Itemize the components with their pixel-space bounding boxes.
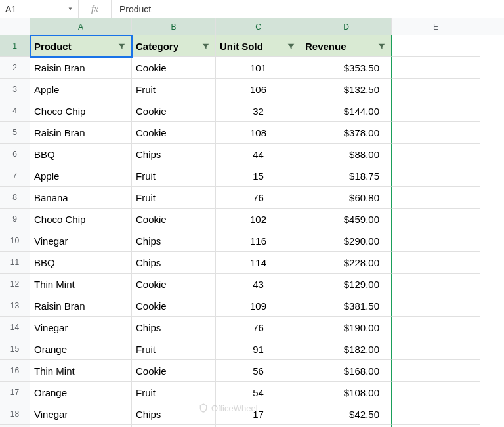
cell-unit-sold[interactable]: 44 <box>216 144 301 165</box>
cell[interactable] <box>392 317 480 338</box>
row-header[interactable]: 3 <box>0 79 30 100</box>
cell-revenue[interactable]: $129.00 <box>301 274 392 295</box>
cell-product[interactable]: Raisin Bran <box>30 295 132 317</box>
row-header[interactable]: 16 <box>0 360 30 382</box>
cell-unit-sold[interactable]: 76 <box>216 317 301 338</box>
cell-unit-sold[interactable]: 101 <box>216 57 301 79</box>
cell-category[interactable]: Chips <box>132 317 216 338</box>
cell-product[interactable]: Raisin Bran <box>30 57 132 79</box>
cell-revenue[interactable]: $190.00 <box>301 317 392 338</box>
cell-product[interactable]: BBQ <box>30 144 132 165</box>
row-header[interactable]: 5 <box>0 122 30 144</box>
cell-category[interactable]: Chips <box>132 230 216 252</box>
select-all-corner[interactable] <box>0 18 30 35</box>
cell[interactable] <box>392 382 480 403</box>
cell-revenue[interactable]: $168.00 <box>301 360 392 382</box>
cell-unit-sold[interactable]: 106 <box>216 79 301 100</box>
row-header[interactable]: 18 <box>0 403 30 425</box>
cell[interactable] <box>392 79 480 100</box>
row-header[interactable]: 15 <box>0 338 30 360</box>
cell[interactable] <box>392 274 480 295</box>
filter-icon[interactable] <box>116 40 127 52</box>
column-header-D[interactable]: D <box>301 18 392 35</box>
cell-unit-sold[interactable]: 108 <box>216 122 301 144</box>
cell[interactable] <box>392 144 480 165</box>
column-header-B[interactable]: B <box>132 18 216 35</box>
cell-revenue[interactable]: $228.00 <box>301 252 392 274</box>
cell-category[interactable]: Fruit <box>132 382 216 403</box>
cell-category[interactable]: Cookie <box>132 274 216 295</box>
cell[interactable] <box>392 35 480 57</box>
filter-icon[interactable] <box>200 40 211 52</box>
cell-revenue[interactable]: $290.00 <box>301 230 392 252</box>
cell[interactable] <box>392 230 480 252</box>
column-header-E[interactable]: E <box>392 18 480 35</box>
cell-unit-sold[interactable]: 76 <box>216 187 301 209</box>
cell[interactable] <box>392 100 480 122</box>
cell-product[interactable]: Vinegar <box>30 317 132 338</box>
row-header[interactable]: 2 <box>0 57 30 79</box>
cell[interactable] <box>392 295 480 317</box>
cell-product[interactable]: Raisin Bran <box>30 122 132 144</box>
row-header[interactable]: 11 <box>0 252 30 274</box>
column-header-A[interactable]: A <box>30 18 132 35</box>
cell-unit-sold[interactable]: 116 <box>216 230 301 252</box>
cell[interactable] <box>392 403 480 425</box>
cell-unit-sold[interactable]: 32 <box>216 100 301 122</box>
cell-product[interactable]: Thin Mint <box>30 274 132 295</box>
cell-category[interactable]: Fruit <box>132 338 216 360</box>
cell[interactable] <box>392 122 480 144</box>
formula-input[interactable]: Product <box>112 4 504 14</box>
cell-revenue[interactable]: $144.00 <box>301 100 392 122</box>
header-cell-revenue[interactable]: Revenue <box>301 35 392 57</box>
cell-product[interactable]: Apple <box>30 165 132 187</box>
header-cell-product[interactable]: Product <box>30 35 132 57</box>
column-header-C[interactable]: C <box>216 18 301 35</box>
cell-product[interactable]: Apple <box>30 79 132 100</box>
cell-revenue[interactable]: $182.00 <box>301 338 392 360</box>
row-header[interactable]: 10 <box>0 230 30 252</box>
cell-unit-sold[interactable]: 114 <box>216 252 301 274</box>
name-box[interactable]: A1 ▼ <box>0 0 79 18</box>
cell-revenue[interactable]: $353.50 <box>301 57 392 79</box>
cell-product[interactable]: Banana <box>30 187 132 209</box>
chevron-down-icon[interactable]: ▼ <box>68 6 73 12</box>
cell-revenue[interactable]: $18.75 <box>301 165 392 187</box>
cell-category[interactable]: Chips <box>132 144 216 165</box>
cell-revenue[interactable]: $42.50 <box>301 403 392 425</box>
cell-product[interactable]: Thin Mint <box>30 360 132 382</box>
cell-category[interactable]: Chips <box>132 403 216 425</box>
header-cell-category[interactable]: Category <box>132 35 216 57</box>
cell[interactable] <box>392 187 480 209</box>
row-header[interactable]: 7 <box>0 165 30 187</box>
cell-revenue[interactable]: $132.50 <box>301 79 392 100</box>
cell-revenue[interactable]: $378.00 <box>301 122 392 144</box>
cell-unit-sold[interactable]: 54 <box>216 382 301 403</box>
cell-unit-sold[interactable]: 56 <box>216 360 301 382</box>
cell[interactable] <box>392 338 480 360</box>
row-header[interactable]: 13 <box>0 295 30 317</box>
cell-unit-sold[interactable]: 109 <box>216 295 301 317</box>
cell[interactable] <box>392 360 480 382</box>
cell-revenue[interactable]: $459.00 <box>301 209 392 230</box>
cell-unit-sold[interactable]: 91 <box>216 338 301 360</box>
cell-product[interactable]: Choco Chip <box>30 100 132 122</box>
cell-product[interactable]: Orange <box>30 382 132 403</box>
cell-product[interactable]: Choco Chip <box>30 209 132 230</box>
cell-category[interactable]: Cookie <box>132 57 216 79</box>
row-header[interactable]: 9 <box>0 209 30 230</box>
cell-product[interactable]: Vinegar <box>30 230 132 252</box>
cell[interactable] <box>392 252 480 274</box>
row-header[interactable]: 4 <box>0 100 30 122</box>
cell-product[interactable]: Orange <box>30 338 132 360</box>
cell-category[interactable]: Fruit <box>132 165 216 187</box>
cell-revenue[interactable]: $60.80 <box>301 187 392 209</box>
cell-category[interactable]: Fruit <box>132 79 216 100</box>
cell-unit-sold[interactable]: 43 <box>216 274 301 295</box>
cell-category[interactable]: Cookie <box>132 122 216 144</box>
header-cell-unit-sold[interactable]: Unit Sold <box>216 35 301 57</box>
cell-category[interactable]: Cookie <box>132 209 216 230</box>
cell-category[interactable]: Fruit <box>132 187 216 209</box>
cell-product[interactable]: Vinegar <box>30 403 132 425</box>
cell-category[interactable]: Chips <box>132 252 216 274</box>
